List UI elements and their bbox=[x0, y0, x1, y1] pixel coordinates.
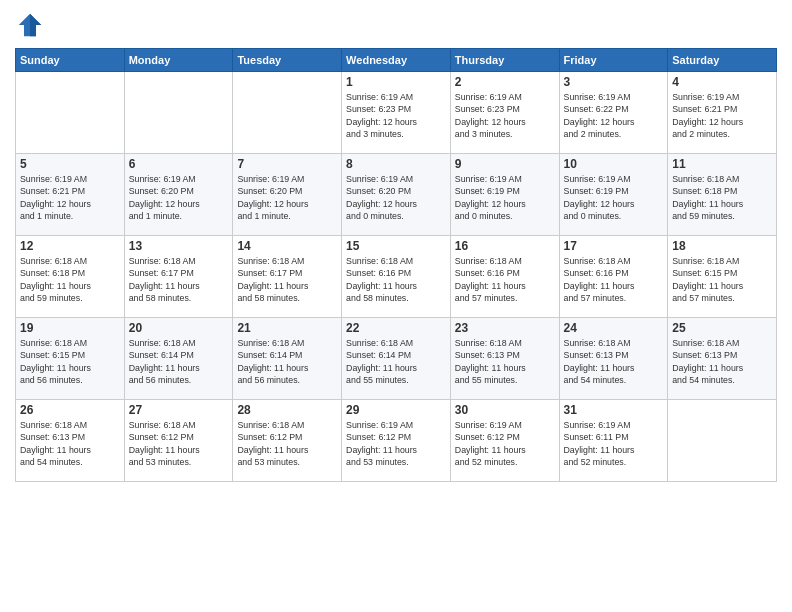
day-number: 10 bbox=[564, 157, 664, 171]
day-info: Sunrise: 6:18 AMSunset: 6:17 PMDaylight:… bbox=[237, 255, 337, 304]
day-info: Sunrise: 6:18 AMSunset: 6:13 PMDaylight:… bbox=[564, 337, 664, 386]
calendar-cell: 6Sunrise: 6:19 AMSunset: 6:20 PMDaylight… bbox=[124, 154, 233, 236]
svg-marker-1 bbox=[30, 14, 41, 37]
day-info: Sunrise: 6:18 AMSunset: 6:14 PMDaylight:… bbox=[346, 337, 446, 386]
calendar-cell: 30Sunrise: 6:19 AMSunset: 6:12 PMDayligh… bbox=[450, 400, 559, 482]
calendar-header-row: SundayMondayTuesdayWednesdayThursdayFrid… bbox=[16, 49, 777, 72]
calendar-cell: 21Sunrise: 6:18 AMSunset: 6:14 PMDayligh… bbox=[233, 318, 342, 400]
day-info: Sunrise: 6:19 AMSunset: 6:12 PMDaylight:… bbox=[346, 419, 446, 468]
logo bbox=[15, 10, 49, 40]
day-number: 22 bbox=[346, 321, 446, 335]
day-number: 5 bbox=[20, 157, 120, 171]
day-info: Sunrise: 6:18 AMSunset: 6:15 PMDaylight:… bbox=[20, 337, 120, 386]
logo-icon bbox=[15, 10, 45, 40]
day-info: Sunrise: 6:19 AMSunset: 6:20 PMDaylight:… bbox=[237, 173, 337, 222]
day-info: Sunrise: 6:18 AMSunset: 6:12 PMDaylight:… bbox=[129, 419, 229, 468]
day-number: 16 bbox=[455, 239, 555, 253]
day-number: 24 bbox=[564, 321, 664, 335]
calendar-cell: 18Sunrise: 6:18 AMSunset: 6:15 PMDayligh… bbox=[668, 236, 777, 318]
header bbox=[15, 10, 777, 40]
day-number: 29 bbox=[346, 403, 446, 417]
calendar-cell: 23Sunrise: 6:18 AMSunset: 6:13 PMDayligh… bbox=[450, 318, 559, 400]
day-info: Sunrise: 6:19 AMSunset: 6:19 PMDaylight:… bbox=[564, 173, 664, 222]
day-number: 25 bbox=[672, 321, 772, 335]
day-number: 26 bbox=[20, 403, 120, 417]
day-header-monday: Monday bbox=[124, 49, 233, 72]
day-number: 12 bbox=[20, 239, 120, 253]
calendar-cell: 11Sunrise: 6:18 AMSunset: 6:18 PMDayligh… bbox=[668, 154, 777, 236]
day-info: Sunrise: 6:19 AMSunset: 6:21 PMDaylight:… bbox=[20, 173, 120, 222]
day-info: Sunrise: 6:18 AMSunset: 6:12 PMDaylight:… bbox=[237, 419, 337, 468]
day-info: Sunrise: 6:19 AMSunset: 6:21 PMDaylight:… bbox=[672, 91, 772, 140]
day-number: 19 bbox=[20, 321, 120, 335]
calendar-cell: 5Sunrise: 6:19 AMSunset: 6:21 PMDaylight… bbox=[16, 154, 125, 236]
day-header-tuesday: Tuesday bbox=[233, 49, 342, 72]
day-header-saturday: Saturday bbox=[668, 49, 777, 72]
day-info: Sunrise: 6:18 AMSunset: 6:18 PMDaylight:… bbox=[20, 255, 120, 304]
day-number: 21 bbox=[237, 321, 337, 335]
calendar-cell: 10Sunrise: 6:19 AMSunset: 6:19 PMDayligh… bbox=[559, 154, 668, 236]
calendar-cell: 15Sunrise: 6:18 AMSunset: 6:16 PMDayligh… bbox=[342, 236, 451, 318]
day-info: Sunrise: 6:19 AMSunset: 6:22 PMDaylight:… bbox=[564, 91, 664, 140]
calendar-cell: 1Sunrise: 6:19 AMSunset: 6:23 PMDaylight… bbox=[342, 72, 451, 154]
day-number: 11 bbox=[672, 157, 772, 171]
day-number: 1 bbox=[346, 75, 446, 89]
calendar-week-1: 1Sunrise: 6:19 AMSunset: 6:23 PMDaylight… bbox=[16, 72, 777, 154]
calendar-week-3: 12Sunrise: 6:18 AMSunset: 6:18 PMDayligh… bbox=[16, 236, 777, 318]
day-info: Sunrise: 6:18 AMSunset: 6:13 PMDaylight:… bbox=[455, 337, 555, 386]
day-info: Sunrise: 6:19 AMSunset: 6:20 PMDaylight:… bbox=[346, 173, 446, 222]
day-info: Sunrise: 6:18 AMSunset: 6:18 PMDaylight:… bbox=[672, 173, 772, 222]
calendar-week-4: 19Sunrise: 6:18 AMSunset: 6:15 PMDayligh… bbox=[16, 318, 777, 400]
day-number: 27 bbox=[129, 403, 229, 417]
day-header-wednesday: Wednesday bbox=[342, 49, 451, 72]
day-info: Sunrise: 6:18 AMSunset: 6:15 PMDaylight:… bbox=[672, 255, 772, 304]
calendar-cell: 14Sunrise: 6:18 AMSunset: 6:17 PMDayligh… bbox=[233, 236, 342, 318]
day-info: Sunrise: 6:18 AMSunset: 6:13 PMDaylight:… bbox=[672, 337, 772, 386]
day-info: Sunrise: 6:19 AMSunset: 6:20 PMDaylight:… bbox=[129, 173, 229, 222]
calendar-cell: 7Sunrise: 6:19 AMSunset: 6:20 PMDaylight… bbox=[233, 154, 342, 236]
day-info: Sunrise: 6:19 AMSunset: 6:12 PMDaylight:… bbox=[455, 419, 555, 468]
page: SundayMondayTuesdayWednesdayThursdayFrid… bbox=[0, 0, 792, 612]
day-number: 8 bbox=[346, 157, 446, 171]
day-info: Sunrise: 6:18 AMSunset: 6:17 PMDaylight:… bbox=[129, 255, 229, 304]
day-header-sunday: Sunday bbox=[16, 49, 125, 72]
day-number: 30 bbox=[455, 403, 555, 417]
calendar-cell: 31Sunrise: 6:19 AMSunset: 6:11 PMDayligh… bbox=[559, 400, 668, 482]
day-info: Sunrise: 6:19 AMSunset: 6:23 PMDaylight:… bbox=[455, 91, 555, 140]
calendar-week-5: 26Sunrise: 6:18 AMSunset: 6:13 PMDayligh… bbox=[16, 400, 777, 482]
calendar-cell: 8Sunrise: 6:19 AMSunset: 6:20 PMDaylight… bbox=[342, 154, 451, 236]
day-number: 14 bbox=[237, 239, 337, 253]
day-number: 18 bbox=[672, 239, 772, 253]
calendar-cell bbox=[668, 400, 777, 482]
calendar-cell bbox=[233, 72, 342, 154]
calendar-cell: 3Sunrise: 6:19 AMSunset: 6:22 PMDaylight… bbox=[559, 72, 668, 154]
day-number: 7 bbox=[237, 157, 337, 171]
calendar-cell bbox=[16, 72, 125, 154]
calendar-cell: 2Sunrise: 6:19 AMSunset: 6:23 PMDaylight… bbox=[450, 72, 559, 154]
calendar-cell bbox=[124, 72, 233, 154]
day-info: Sunrise: 6:18 AMSunset: 6:13 PMDaylight:… bbox=[20, 419, 120, 468]
calendar-cell: 4Sunrise: 6:19 AMSunset: 6:21 PMDaylight… bbox=[668, 72, 777, 154]
calendar-cell: 20Sunrise: 6:18 AMSunset: 6:14 PMDayligh… bbox=[124, 318, 233, 400]
calendar-cell: 12Sunrise: 6:18 AMSunset: 6:18 PMDayligh… bbox=[16, 236, 125, 318]
calendar-cell: 27Sunrise: 6:18 AMSunset: 6:12 PMDayligh… bbox=[124, 400, 233, 482]
calendar-cell: 24Sunrise: 6:18 AMSunset: 6:13 PMDayligh… bbox=[559, 318, 668, 400]
calendar-cell: 29Sunrise: 6:19 AMSunset: 6:12 PMDayligh… bbox=[342, 400, 451, 482]
day-number: 23 bbox=[455, 321, 555, 335]
day-info: Sunrise: 6:19 AMSunset: 6:11 PMDaylight:… bbox=[564, 419, 664, 468]
day-header-friday: Friday bbox=[559, 49, 668, 72]
calendar-cell: 25Sunrise: 6:18 AMSunset: 6:13 PMDayligh… bbox=[668, 318, 777, 400]
calendar-cell: 16Sunrise: 6:18 AMSunset: 6:16 PMDayligh… bbox=[450, 236, 559, 318]
calendar-cell: 22Sunrise: 6:18 AMSunset: 6:14 PMDayligh… bbox=[342, 318, 451, 400]
day-number: 13 bbox=[129, 239, 229, 253]
day-number: 15 bbox=[346, 239, 446, 253]
day-number: 2 bbox=[455, 75, 555, 89]
day-info: Sunrise: 6:18 AMSunset: 6:14 PMDaylight:… bbox=[237, 337, 337, 386]
day-number: 4 bbox=[672, 75, 772, 89]
calendar-cell: 13Sunrise: 6:18 AMSunset: 6:17 PMDayligh… bbox=[124, 236, 233, 318]
day-header-thursday: Thursday bbox=[450, 49, 559, 72]
calendar-cell: 19Sunrise: 6:18 AMSunset: 6:15 PMDayligh… bbox=[16, 318, 125, 400]
calendar-cell: 9Sunrise: 6:19 AMSunset: 6:19 PMDaylight… bbox=[450, 154, 559, 236]
day-number: 20 bbox=[129, 321, 229, 335]
day-number: 17 bbox=[564, 239, 664, 253]
